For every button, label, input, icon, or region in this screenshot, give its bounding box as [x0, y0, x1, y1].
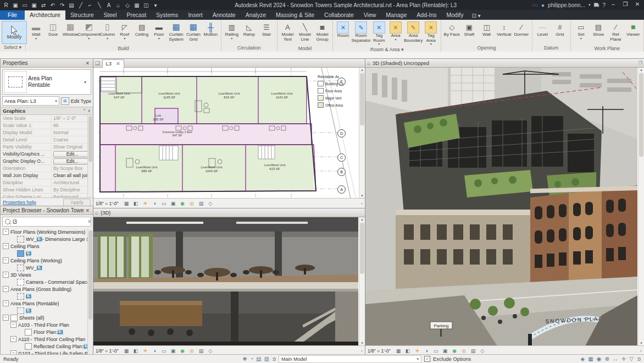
expander-icon[interactable]: − — [3, 243, 9, 249]
sync-icon[interactable]: ⇄ — [40, 1, 47, 9]
exterior-view-tab[interactable]: 3D (Shaded) Uncropped — [373, 60, 429, 66]
stair-button[interactable]: ☰ Stair — [258, 21, 275, 41]
expander-icon[interactable]: − — [3, 286, 9, 292]
select-pinned-icon[interactable]: ◉ — [597, 356, 602, 362]
exclude-options-checkbox[interactable]: ✓ — [424, 356, 430, 362]
grid-button[interactable]: # Grid — [551, 21, 568, 41]
switch-windows-icon[interactable]: ◫ — [142, 1, 150, 9]
active-option-icon[interactable]: ▥ — [264, 356, 269, 362]
expander-icon[interactable]: − — [10, 322, 16, 328]
ribbon-tab[interactable]: Manage — [381, 10, 412, 20]
property-row[interactable]: View Scale 1/8" = 1'-0" — [1, 115, 93, 122]
home-icon[interactable]: ⌂ — [95, 210, 98, 216]
browser-tree-item[interactable]: Camera - Commercial Space L3 — [1, 278, 93, 285]
crop-view-icon[interactable]: ▭ — [160, 347, 167, 354]
expander-icon[interactable]: − — [10, 336, 16, 342]
measure-icon[interactable]: ╱ — [77, 1, 85, 9]
by-face-button[interactable]: ◇ By Face — [443, 21, 460, 41]
property-row[interactable]: Scale Value 1: 96 — [1, 122, 93, 129]
thin-lines-icon[interactable]: ▦ — [133, 1, 141, 9]
tag-area-button[interactable]: ✕ Tag Area ▾ — [423, 21, 439, 46]
browser-tree-item[interactable]: − Area Plans (Rentable) — [1, 300, 93, 307]
reveal-constraints-icon[interactable]: ◇ — [207, 347, 214, 354]
ceiling-button[interactable]: ▤ Ceiling — [133, 21, 150, 41]
crop-view-icon[interactable]: ▭ — [160, 200, 167, 207]
select-constraints-icon[interactable]: ⊗ — [604, 356, 609, 362]
home-icon[interactable]: ⌂ — [367, 60, 370, 66]
ribbon-tab[interactable]: Architecture — [25, 10, 65, 20]
expander-icon[interactable]: − — [3, 300, 9, 306]
room-separator-button[interactable]: ✎ Room Separator — [352, 21, 371, 46]
scroll-left-icon[interactable]: ‹ — [361, 348, 363, 354]
reveal-constraints-icon[interactable]: ◇ — [207, 200, 214, 207]
text-icon[interactable]: A — [105, 1, 113, 9]
section-icon[interactable]: ◇ — [124, 1, 131, 9]
binoculars-icon[interactable]: ◌◌ — [532, 2, 538, 8]
shadows-icon[interactable]: ◑ — [423, 347, 430, 354]
component-button[interactable]: ◩ Component ▾ — [79, 21, 99, 41]
browser-tree-item[interactable]: L3 — [1, 293, 93, 300]
workspace-switch-icon[interactable]: ⊡ ▾ — [471, 13, 480, 20]
sun-settings-icon[interactable]: ☀ — [141, 200, 148, 207]
close-button[interactable]: ✕ — [633, 1, 642, 9]
edit-type-button[interactable]: Edit Type — [71, 98, 91, 104]
temporary-hide-isolate-icon[interactable]: ◉ — [179, 200, 186, 207]
plan-view-tab[interactable]: L3 ✕ — [102, 59, 125, 68]
window-button[interactable]: ▦ Window — [62, 21, 79, 41]
undo-icon[interactable]: ↶ — [49, 1, 57, 9]
expander-icon[interactable]: − — [3, 229, 9, 235]
property-row[interactable]: Orientation By Scope Box — [1, 165, 93, 172]
design-option-selector[interactable]: Main Model ▾ — [279, 355, 421, 363]
sun-settings-icon[interactable]: ☀ — [141, 347, 148, 354]
revit-logo[interactable]: R — [2, 1, 10, 9]
door-button[interactable]: ◫ Door — [45, 21, 62, 41]
scale-button[interactable]: 1/8" = 1'-0" — [368, 348, 390, 354]
close-tab-icon[interactable]: ✕ — [116, 61, 120, 67]
reveal-hidden-icon[interactable]: ◎ — [460, 347, 467, 354]
dormer-button[interactable]: ∕ Dormer — [513, 21, 530, 41]
room-button[interactable]: ✕ Room — [335, 21, 351, 42]
save-icon[interactable]: ▣ — [30, 1, 38, 9]
user-icon[interactable]: ● — [541, 2, 545, 8]
expander-icon[interactable]: − — [3, 257, 9, 263]
property-row[interactable]: Wall Join Display Clean all wall joins — [1, 172, 93, 179]
model-line-button[interactable]: ╲ Model Line — [296, 21, 314, 45]
temporary-view-properties-icon[interactable]: ▤ — [197, 200, 204, 207]
property-row[interactable]: Detail Level Coarse — [1, 136, 93, 144]
select-panel-label[interactable]: Select ▾ — [0, 44, 25, 51]
show-crop-icon[interactable]: ▣ — [441, 347, 448, 354]
temporary-hide-isolate-icon[interactable]: ◉ — [451, 347, 458, 354]
properties-help-link[interactable]: Properties help — [3, 200, 36, 205]
ribbon-tab[interactable]: Add-Ins — [412, 10, 441, 20]
clear-search-icon[interactable]: ✕ — [87, 219, 92, 224]
vertical-button[interactable]: ↕ Vertical — [495, 21, 513, 41]
interior-vertical-scrollbar[interactable]: ▲▼ — [359, 217, 365, 345]
shadows-icon[interactable]: ◑ — [151, 200, 158, 207]
tag-room-button[interactable]: ✕ Tag Room ▾ — [371, 21, 387, 46]
search-input[interactable] — [13, 219, 85, 225]
filter-icon[interactable]: ▽ — [629, 356, 634, 362]
restore-button[interactable]: ❐ — [621, 1, 630, 9]
expander-icon[interactable] — [10, 294, 15, 299]
area-button[interactable]: ✕ Area ▾ — [387, 21, 404, 42]
browser-tree-item[interactable]: − Ceiling Plans (Working) — [1, 257, 93, 264]
ribbon-tab[interactable]: Insert — [183, 10, 207, 20]
properties-scrollbar[interactable] — [87, 115, 93, 197]
ribbon-tab[interactable]: Precast — [122, 10, 152, 20]
scroll-left-icon[interactable]: ‹ — [640, 348, 642, 354]
temporary-view-properties-icon[interactable]: ▤ — [469, 347, 476, 354]
type-selector-caret[interactable]: ▾ — [84, 80, 91, 85]
level-button[interactable]: — Level — [534, 21, 551, 41]
ramp-button[interactable]: ◺ Ramp — [241, 21, 258, 41]
apply-button[interactable]: Apply — [63, 199, 91, 206]
property-row[interactable]: Visibility/Graphics ... Edit... — [1, 151, 93, 158]
expander-icon[interactable]: − — [3, 315, 9, 321]
print-icon[interactable]: ▤ — [68, 1, 75, 9]
viewer-button[interactable]: ■ Viewer — [624, 21, 642, 41]
browser-tree-item[interactable]: − Ceiling Plans — [1, 243, 93, 250]
curtain-grid-button[interactable]: ▦ Curtain Grid — [185, 21, 202, 45]
scroll-left-icon[interactable]: ‹ — [361, 201, 363, 206]
curtain-system-button[interactable]: ▦ Curtain System — [168, 21, 185, 45]
browser-tree-item[interactable]: L3 — [1, 250, 93, 257]
property-row[interactable]: Display Model Normal — [1, 129, 93, 136]
